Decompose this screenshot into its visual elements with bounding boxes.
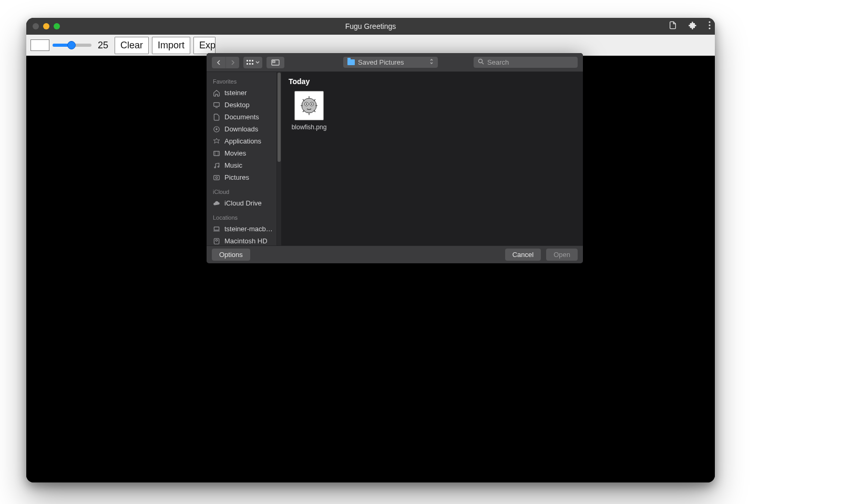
group-button[interactable] bbox=[266, 57, 284, 68]
svg-point-24 bbox=[306, 104, 307, 105]
pictures-icon bbox=[213, 174, 220, 181]
sidebar-item-music[interactable]: Music bbox=[207, 159, 276, 171]
sidebar-item-desktop[interactable]: Desktop bbox=[207, 99, 276, 111]
file-name: blowfish.png bbox=[292, 124, 327, 131]
options-button[interactable]: Options bbox=[212, 249, 250, 261]
sidebar-header-locations: Locations bbox=[207, 212, 276, 223]
sidebar-item-label: Desktop bbox=[224, 101, 250, 109]
brush-size-value: 25 bbox=[98, 40, 108, 51]
home-icon bbox=[213, 89, 220, 97]
sidebar-item-home[interactable]: tsteiner bbox=[207, 87, 276, 99]
view-icons-button[interactable] bbox=[243, 57, 262, 68]
sidebar-item-label: tsteiner bbox=[224, 89, 247, 97]
export-button[interactable]: Export bbox=[193, 37, 216, 54]
color-swatch[interactable] bbox=[30, 39, 49, 51]
import-button[interactable]: Import bbox=[152, 37, 190, 54]
sidebar-item-label: Pictures bbox=[224, 173, 249, 181]
app-window: Fugu Greetings 25 Clear Import Export bbox=[26, 18, 715, 482]
file-item[interactable]: blowfish.png bbox=[289, 91, 330, 131]
cloud-icon bbox=[213, 200, 220, 207]
nav-forward-button[interactable] bbox=[225, 57, 239, 68]
svg-rect-3 bbox=[247, 60, 248, 61]
window-minimize-dot[interactable] bbox=[43, 23, 49, 29]
svg-point-1 bbox=[709, 24, 710, 26]
dialog-footer: Options Cancel Open bbox=[207, 245, 583, 263]
svg-rect-6 bbox=[247, 63, 248, 65]
app-toolbar: 25 Clear Import Export bbox=[26, 35, 715, 56]
cancel-button[interactable]: Cancel bbox=[505, 249, 541, 261]
sidebar-item-label: Music bbox=[224, 161, 242, 169]
page-icon[interactable] bbox=[669, 21, 677, 32]
search-field[interactable] bbox=[474, 57, 578, 68]
clear-button[interactable]: Clear bbox=[115, 37, 149, 54]
group-segment bbox=[266, 57, 284, 68]
apps-icon bbox=[213, 138, 220, 145]
disk-icon bbox=[213, 238, 220, 245]
app-title: Fugu Greetings bbox=[26, 22, 715, 30]
dialog-sidebar: Favorites tsteiner Desktop Documents Dow… bbox=[207, 72, 277, 245]
svg-rect-8 bbox=[252, 63, 253, 65]
svg-rect-7 bbox=[249, 63, 251, 65]
sidebar-item-disk[interactable]: Macintosh HD bbox=[207, 235, 276, 245]
kebab-menu-icon[interactable] bbox=[709, 21, 711, 32]
slider-thumb[interactable] bbox=[67, 41, 76, 49]
window-controls bbox=[33, 23, 60, 29]
content-section-header: Today bbox=[289, 77, 576, 86]
svg-rect-19 bbox=[214, 227, 219, 230]
sidebar-item-label: iCloud Drive bbox=[224, 199, 262, 207]
sidebar-item-downloads[interactable]: Downloads bbox=[207, 123, 276, 135]
nav-segment bbox=[212, 57, 239, 68]
window-maximize-dot[interactable] bbox=[54, 23, 60, 29]
sidebar-item-label: Macintosh HD bbox=[224, 237, 268, 245]
laptop-icon bbox=[213, 225, 220, 233]
svg-point-21 bbox=[216, 239, 218, 241]
chevron-updown-icon bbox=[429, 58, 434, 66]
sidebar-item-label: tsteiner-macb… bbox=[224, 225, 273, 233]
svg-point-2 bbox=[709, 27, 710, 29]
search-icon bbox=[478, 58, 484, 66]
location-dropdown[interactable]: Saved Pictures bbox=[343, 57, 438, 68]
file-browser-content[interactable]: Today bbox=[281, 72, 583, 245]
titlebar: Fugu Greetings bbox=[26, 18, 715, 35]
svg-rect-10 bbox=[273, 61, 275, 63]
file-thumbnail bbox=[294, 91, 324, 120]
sidebar-item-documents[interactable]: Documents bbox=[207, 111, 276, 123]
extensions-icon[interactable] bbox=[689, 21, 697, 32]
sidebar-item-pictures[interactable]: Pictures bbox=[207, 171, 276, 183]
svg-rect-4 bbox=[249, 60, 251, 61]
movie-icon bbox=[213, 150, 220, 157]
file-open-dialog: Saved Pictures Favorites tsteiner bbox=[207, 53, 583, 263]
window-close-dot[interactable] bbox=[33, 23, 39, 29]
svg-point-16 bbox=[218, 166, 219, 167]
view-mode-segment bbox=[243, 57, 262, 68]
svg-point-15 bbox=[214, 167, 216, 168]
desktop-icon bbox=[213, 101, 220, 109]
svg-point-0 bbox=[709, 21, 710, 23]
svg-rect-5 bbox=[252, 60, 253, 61]
svg-point-11 bbox=[479, 59, 483, 63]
download-icon bbox=[213, 126, 220, 133]
svg-rect-12 bbox=[214, 102, 220, 106]
sidebar-item-label: Applications bbox=[224, 137, 261, 145]
sidebar-item-label: Documents bbox=[224, 113, 259, 121]
svg-rect-17 bbox=[214, 175, 220, 179]
sidebar-item-label: Movies bbox=[224, 149, 246, 157]
svg-point-26 bbox=[311, 104, 313, 105]
sidebar-item-computer[interactable]: tsteiner-macb… bbox=[207, 223, 276, 235]
nav-back-button[interactable] bbox=[212, 57, 225, 68]
location-label: Saved Pictures bbox=[358, 58, 404, 66]
open-button[interactable]: Open bbox=[546, 249, 578, 261]
document-icon bbox=[213, 114, 220, 121]
sidebar-item-movies[interactable]: Movies bbox=[207, 147, 276, 159]
search-input[interactable] bbox=[487, 58, 573, 66]
sidebar-item-applications[interactable]: Applications bbox=[207, 135, 276, 147]
folder-icon bbox=[347, 59, 355, 65]
svg-rect-14 bbox=[214, 151, 220, 155]
sidebar-header-favorites: Favorites bbox=[207, 76, 276, 87]
sidebar-header-icloud: iCloud bbox=[207, 187, 276, 197]
svg-point-18 bbox=[216, 177, 218, 179]
brush-size-slider[interactable] bbox=[53, 44, 91, 47]
sidebar-item-icloud-drive[interactable]: iCloud Drive bbox=[207, 197, 276, 209]
music-icon bbox=[213, 162, 220, 169]
sidebar-scrollbar[interactable] bbox=[277, 72, 281, 245]
